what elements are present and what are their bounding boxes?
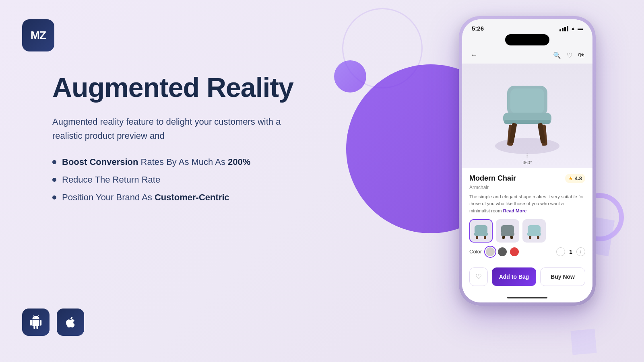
product-description: The simple and elegant shape makes it ve… bbox=[469, 193, 585, 214]
logo-container: MZ bbox=[22, 19, 54, 51]
cart-nav-icon[interactable]: 🛍 bbox=[578, 51, 584, 59]
svg-rect-17 bbox=[527, 232, 541, 236]
platform-icons bbox=[22, 309, 84, 336]
bullet-dot-1 bbox=[52, 160, 56, 164]
phone-nav: ← 🔍 ♡ 🛍 bbox=[462, 49, 592, 64]
degree-label: ⁝ 360° bbox=[523, 152, 532, 165]
color-dot-1[interactable] bbox=[486, 247, 495, 256]
color-row: Color − 1 + bbox=[469, 247, 585, 256]
product-category: Armchair bbox=[469, 185, 585, 190]
status-icons: ▲ ▬ bbox=[559, 25, 583, 31]
main-title: Augmented Reality bbox=[52, 72, 302, 103]
quantity-control: − 1 + bbox=[556, 247, 585, 256]
wishlist-nav-icon[interactable]: ♡ bbox=[567, 51, 572, 59]
svg-rect-19 bbox=[537, 236, 540, 239]
phone-container: 5:26 ▲ ▬ ← 🔍 bbox=[459, 16, 596, 306]
bullet-dot-2 bbox=[52, 178, 56, 182]
home-indicator bbox=[462, 293, 592, 302]
star-icon: ★ bbox=[568, 175, 573, 181]
read-more-link[interactable]: Read More bbox=[503, 208, 527, 213]
ios-icon[interactable] bbox=[57, 309, 84, 336]
signal-bar-4 bbox=[567, 26, 568, 31]
color-dot-2[interactable] bbox=[498, 247, 507, 256]
status-bar: 5:26 ▲ ▬ bbox=[462, 19, 592, 34]
boost-conversion-middle: Rates By As Much As bbox=[141, 157, 228, 167]
status-time: 5:26 bbox=[472, 25, 484, 32]
bullet-text-3: Position Your Brand As Customer-Centric bbox=[62, 192, 229, 203]
svg-rect-3 bbox=[504, 120, 551, 124]
bullet-list: Boost Conversion Rates By As Much As 200… bbox=[52, 157, 302, 203]
bullet-text-2: Reduce The Return Rate bbox=[62, 175, 160, 185]
thumbnails bbox=[469, 219, 585, 243]
bullet-text-1: Boost Conversion Rates By As Much As 200… bbox=[62, 157, 250, 167]
thumb-1[interactable] bbox=[469, 219, 493, 243]
nav-icons: 🔍 ♡ 🛍 bbox=[553, 51, 584, 59]
boost-conversion-percent: 200% bbox=[228, 157, 250, 167]
product-header: Modern Chair ★ 4.8 bbox=[469, 174, 585, 183]
degree-text: 360° bbox=[523, 160, 532, 165]
signal-bars bbox=[559, 26, 568, 31]
bg-rect2-decoration bbox=[570, 329, 597, 355]
search-icon[interactable]: 🔍 bbox=[553, 51, 561, 59]
quantity-value: 1 bbox=[569, 249, 572, 255]
svg-rect-9 bbox=[474, 232, 488, 236]
bg-circle-small bbox=[334, 60, 366, 93]
phone-outer: 5:26 ▲ ▬ ← 🔍 bbox=[459, 16, 596, 306]
product-info: Modern Chair ★ 4.8 Armchair The simple a… bbox=[462, 168, 592, 267]
svg-rect-10 bbox=[476, 236, 479, 239]
android-icon[interactable] bbox=[22, 309, 50, 336]
svg-rect-14 bbox=[502, 236, 505, 239]
action-buttons: ♡ Add to Bag Buy Now bbox=[462, 267, 592, 293]
thumb-3[interactable] bbox=[522, 219, 546, 243]
boost-conversion-bold: Boost Conversion bbox=[62, 157, 138, 167]
bullet-item-2: Reduce The Return Rate bbox=[52, 175, 302, 185]
home-bar bbox=[507, 297, 547, 298]
battery-icon: ▬ bbox=[578, 25, 583, 31]
quantity-increase[interactable]: + bbox=[576, 247, 585, 256]
customer-centric-bold: Customer-Centric bbox=[155, 192, 229, 202]
signal-bar-2 bbox=[562, 28, 564, 31]
svg-rect-15 bbox=[510, 236, 513, 239]
svg-rect-18 bbox=[529, 236, 532, 239]
logo-box: MZ bbox=[22, 19, 54, 51]
rating-badge: ★ 4.8 bbox=[565, 174, 585, 183]
left-content: Augmented Reality Augmented reality feat… bbox=[52, 72, 302, 203]
wifi-icon: ▲ bbox=[570, 25, 576, 31]
color-dot-3[interactable] bbox=[510, 247, 519, 256]
dynamic-island bbox=[505, 34, 549, 45]
add-to-bag-button[interactable]: Add to Bag bbox=[492, 267, 536, 286]
buy-now-button[interactable]: Buy Now bbox=[540, 267, 585, 286]
svg-rect-11 bbox=[484, 236, 487, 239]
product-image-area: ⁝ 360° bbox=[462, 64, 592, 168]
subtitle: Augmented reality feature to delight you… bbox=[52, 115, 302, 143]
signal-bar-1 bbox=[559, 29, 561, 31]
svg-rect-1 bbox=[510, 88, 544, 113]
color-section: Color bbox=[469, 247, 519, 256]
colors bbox=[486, 247, 519, 256]
quantity-decrease[interactable]: − bbox=[556, 247, 565, 256]
signal-bar-3 bbox=[564, 27, 566, 31]
wishlist-button[interactable]: ♡ bbox=[469, 267, 488, 286]
bullet-item-1: Boost Conversion Rates By As Much As 200… bbox=[52, 157, 302, 167]
phone-inner: 5:26 ▲ ▬ ← 🔍 bbox=[462, 19, 592, 302]
position-brand-prefix: Position Your Brand As bbox=[62, 192, 155, 202]
svg-rect-13 bbox=[501, 232, 514, 236]
rating-value: 4.8 bbox=[575, 175, 582, 181]
product-name: Modern Chair bbox=[469, 174, 516, 183]
logo-text: MZ bbox=[31, 29, 46, 42]
degree-dots: ⁝ bbox=[526, 152, 528, 159]
back-icon[interactable]: ← bbox=[470, 51, 477, 60]
color-label: Color bbox=[469, 249, 482, 255]
chair-image bbox=[495, 80, 559, 152]
bullet-dot-3 bbox=[52, 195, 56, 200]
thumb-2[interactable] bbox=[496, 219, 519, 243]
chair-svg bbox=[495, 80, 559, 152]
bullet-item-3: Position Your Brand As Customer-Centric bbox=[52, 192, 302, 203]
